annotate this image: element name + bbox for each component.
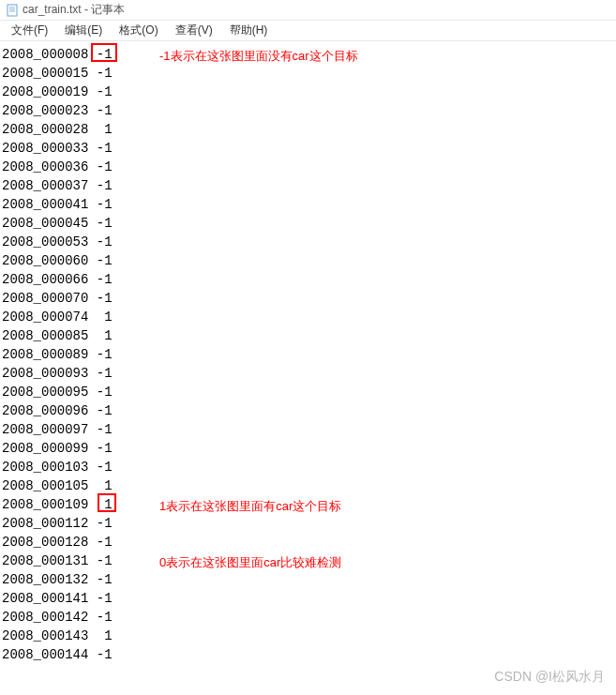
text-line: 2008_000023 -1 — [2, 101, 614, 120]
text-line: 2008_000036 -1 — [2, 158, 614, 176]
text-content-area[interactable]: 2008_000008 -12008_000015 -12008_000019 … — [0, 41, 616, 668]
title-bar: car_train.txt - 记事本 — [0, 0, 616, 21]
svg-rect-0 — [8, 5, 17, 16]
text-line: 2008_000037 -1 — [2, 176, 614, 195]
text-line: 2008_000143 1 — [2, 627, 614, 645]
menu-edit[interactable]: 编辑(E) — [61, 21, 106, 40]
text-line: 2008_000074 1 — [2, 308, 614, 326]
annotation-text-neg1: -1表示在这张图里面没有car这个目标 — [159, 47, 358, 66]
annotation-text-zero: 0表示在这张图里面car比较难检测 — [159, 553, 341, 572]
watermark: CSDN @I松风水月 — [494, 669, 605, 686]
text-line: 2008_000096 -1 — [2, 401, 614, 420]
text-line: 2008_000028 1 — [2, 120, 614, 139]
menu-view[interactable]: 查看(V) — [172, 21, 217, 40]
text-line: 2008_000093 -1 — [2, 364, 614, 383]
text-line: 2008_000141 -1 — [2, 589, 614, 608]
menu-file[interactable]: 文件(F) — [8, 21, 52, 40]
window-title: car_train.txt - 记事本 — [23, 2, 125, 18]
menu-format[interactable]: 格式(O) — [115, 21, 161, 40]
text-line: 2008_000089 -1 — [2, 345, 614, 364]
text-line: 2008_000019 -1 — [2, 83, 614, 101]
text-line: 2008_000041 -1 — [2, 195, 614, 214]
text-line: 2008_000070 -1 — [2, 289, 614, 308]
text-line: 2008_000045 -1 — [2, 214, 614, 233]
text-line: 2008_000128 -1 — [2, 533, 614, 551]
text-line: 2008_000112 -1 — [2, 514, 614, 533]
text-line: 2008_000132 -1 — [2, 570, 614, 589]
text-line: 2008_000105 1 — [2, 476, 614, 495]
text-line: 2008_000085 1 — [2, 326, 614, 345]
text-line: 2008_000142 -1 — [2, 608, 614, 627]
text-line: 2008_000144 -1 — [2, 645, 614, 664]
text-line: 2008_000099 -1 — [2, 439, 614, 458]
notepad-icon — [6, 4, 19, 17]
text-line: 2008_000095 -1 — [2, 383, 614, 401]
annotation-box-neg1 — [91, 43, 117, 62]
menu-bar: 文件(F) 编辑(E) 格式(O) 查看(V) 帮助(H) — [0, 21, 616, 41]
menu-help[interactable]: 帮助(H) — [226, 21, 272, 40]
text-line: 2008_000097 -1 — [2, 420, 614, 439]
annotation-box-pos1 — [98, 493, 116, 512]
text-line: 2008_000060 -1 — [2, 251, 614, 270]
annotation-text-pos1: 1表示在这张图里面有car这个目标 — [159, 497, 341, 516]
text-line: 2008_000066 -1 — [2, 270, 614, 289]
text-line: 2008_000033 -1 — [2, 139, 614, 158]
text-line: 2008_000103 -1 — [2, 458, 614, 476]
text-line: 2008_000015 -1 — [2, 64, 614, 83]
text-line: 2008_000053 -1 — [2, 233, 614, 251]
